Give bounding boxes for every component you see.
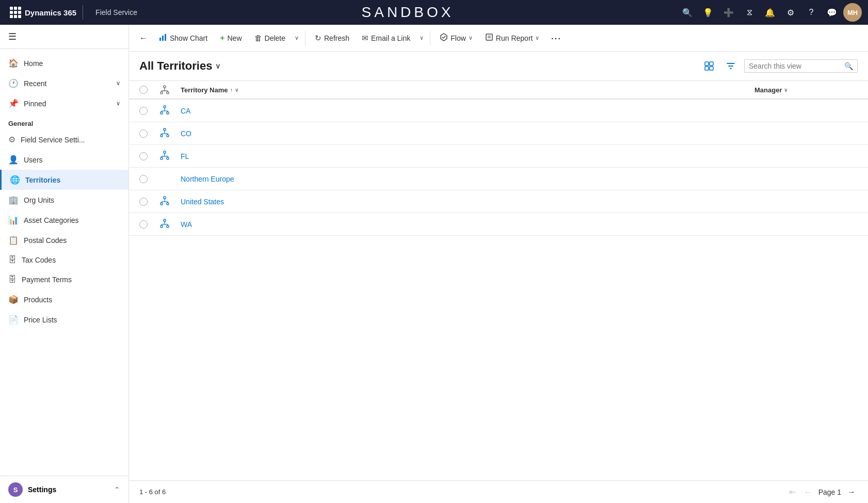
sidebar-item-pinned[interactable]: 📌 Pinned ∨ [0,93,128,113]
delete-label: Delete [265,34,285,42]
sidebar-item-payment-terms[interactable]: 🗄 Payment Terms [0,270,128,289]
territory-link-4[interactable]: United States [181,198,224,206]
chat-icon[interactable]: 💬 [823,3,841,22]
table-area: Territory Name ↑ ∨ Manager ∨ [129,81,868,480]
more-dropdown-2-button[interactable]: ∨ [417,31,426,44]
toolbar-divider-2 [430,31,430,45]
more-dropdown-1-button[interactable]: ∨ [293,31,301,44]
sidebar-item-postal-codes[interactable]: 📋 Postal Codes [0,230,128,250]
filter-icon[interactable]: ⧖ [740,3,759,22]
flow-button[interactable]: Flow ∨ [435,30,478,46]
sidebar-toggle[interactable]: ☰ [0,25,128,49]
table-row[interactable]: FL [129,145,868,168]
prev-page-button[interactable]: ← [802,486,814,498]
row-territory-name-4[interactable]: United States [181,198,754,206]
table-row[interactable]: Northern Europe [129,168,868,190]
row-territory-name-1[interactable]: CO [181,129,754,138]
territory-link-3[interactable]: Northern Europe [181,175,234,183]
territory-link-5[interactable]: WA [181,220,192,229]
sidebar-item-asset-categories[interactable]: 📊 Asset Categories [0,210,128,230]
sidebar-item-products-label: Products [24,296,52,304]
sidebar-item-products[interactable]: 📦 Products [0,289,128,310]
sidebar-item-recent[interactable]: 🕐 Recent ∨ [0,73,128,93]
view-switcher-icon[interactable] [701,58,717,74]
postal-codes-icon: 📋 [8,235,19,245]
next-page-button[interactable]: → [845,486,858,498]
more-chevron-1-icon: ∨ [295,35,299,41]
svg-rect-26 [167,135,169,137]
lightbulb-icon[interactable]: 💡 [699,3,717,22]
user-avatar[interactable]: MH [843,3,862,22]
row-territory-icon-0 [160,105,181,117]
sidebar-item-users[interactable]: 👤 Users [0,150,128,170]
svg-rect-10 [164,86,166,88]
app-name[interactable]: Field Service [95,8,137,17]
sidebar-general-header: General [0,113,128,129]
settings-icon[interactable]: ⚙ [781,3,800,22]
app-launcher-button[interactable] [6,3,25,22]
home-icon: 🏠 [8,58,19,68]
org-units-icon: 🏢 [8,195,19,205]
filter-view-icon[interactable] [722,58,739,74]
territories-icon: 🌐 [10,175,20,185]
search-nav-icon[interactable]: 🔍 [678,3,697,22]
flow-label: Flow [451,34,466,42]
view-title-chevron-icon: ∨ [215,62,220,70]
col-territory-header[interactable]: Territory Name ↑ ∨ [181,85,754,94]
sidebar-item-home[interactable]: 🏠 Home [0,53,128,73]
add-icon[interactable]: ➕ [719,3,738,22]
row-territory-icon-4 [160,196,181,207]
row-checkbox-0[interactable] [139,107,160,115]
view-title-text: All Territories [139,59,212,73]
table-row[interactable]: United States [129,190,868,213]
sidebar-settings[interactable]: S Settings ⌃ [0,476,128,503]
col-manager-header[interactable]: Manager ∨ [754,85,858,94]
col-checkbox[interactable] [139,85,160,94]
refresh-button[interactable]: ↻ Refresh [310,30,355,46]
row-checkbox-2[interactable] [139,152,160,160]
new-button[interactable]: + New [215,30,247,46]
territory-link-0[interactable]: CA [181,107,190,115]
email-link-button[interactable]: ✉ Email a Link [357,30,415,46]
sidebar-item-org-units[interactable]: 🏢 Org Units [0,190,128,210]
sidebar-item-tax-codes[interactable]: 🗄 Tax Codes [0,250,128,270]
territory-link-1[interactable]: CO [181,129,191,138]
top-nav: Dynamics 365 Field Service SANDBOX 🔍 💡 ➕… [0,0,868,25]
sidebar-item-price-lists[interactable]: 📄 Price Lists [0,310,128,330]
table-row[interactable]: CO [129,122,868,145]
brand-name: Dynamics 365 [25,8,76,17]
back-button[interactable]: ← [135,30,152,46]
toolbar-more-button[interactable]: ⋯ [546,30,565,46]
search-box[interactable]: 🔍 [744,59,858,73]
notification-icon[interactable]: 🔔 [761,3,779,22]
sidebar: ☰ 🏠 Home 🕐 Recent ∨ 📌 Pinned ∨ General ⚙… [0,25,129,503]
content-area: ← Show Chart + New 🗑 Delete [129,25,868,503]
search-input[interactable] [749,62,844,70]
delete-button[interactable]: 🗑 Delete [249,30,291,45]
row-checkbox-3[interactable] [139,175,160,183]
row-checkbox-5[interactable] [139,220,160,229]
territory-link-2[interactable]: FL [181,152,189,160]
view-title[interactable]: All Territories ∨ [139,59,220,73]
first-page-button[interactable]: ⇤ [787,486,798,498]
sidebar-item-field-service-settings[interactable]: ⚙ Field Service Setti... [0,129,128,150]
hamburger-icon[interactable]: ☰ [8,31,17,42]
svg-rect-24 [164,128,166,131]
table-row[interactable]: CA [129,100,868,122]
help-icon[interactable]: ? [802,3,821,22]
row-territory-name-2[interactable]: FL [181,152,754,160]
svg-rect-38 [164,197,166,199]
row-territory-name-5[interactable]: WA [181,220,754,229]
table-header: Territory Name ↑ ∨ Manager ∨ [129,81,868,100]
row-checkbox-4[interactable] [139,198,160,206]
table-row[interactable]: WA [129,213,868,236]
sidebar-nav: 🏠 Home 🕐 Recent ∨ 📌 Pinned ∨ General ⚙ F… [0,49,128,476]
row-territory-name-0[interactable]: CA [181,107,754,115]
row-territory-name-3[interactable]: Northern Europe [181,175,754,183]
row-checkbox-1[interactable] [139,129,160,138]
show-chart-button[interactable]: Show Chart [154,30,213,46]
refresh-icon: ↻ [315,34,322,43]
run-report-button[interactable]: Run Report ∨ [480,30,545,46]
svg-rect-32 [160,157,163,159]
sidebar-item-territories[interactable]: 🌐 Territories [0,170,128,190]
